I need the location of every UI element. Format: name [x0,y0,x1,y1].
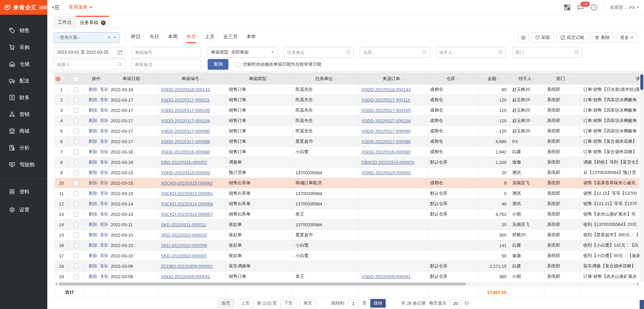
first-page-button[interactable]: 首页 [218,299,234,308]
query-plan-select[interactable]: --查询方案-- + [54,32,119,43]
bill-no-link[interactable]: XSCKD-20220314-000058 [161,201,213,206]
sidebar-item-mall[interactable]: 商城 [0,123,47,139]
row-checkbox[interactable] [74,170,79,175]
bill-no-link[interactable]: DBD-20220316-000002 [161,160,207,165]
row-checkbox[interactable] [74,149,79,154]
apps-grid-icon[interactable] [564,4,571,11]
copy-row-link[interactable]: 复制 [100,191,108,196]
maker-input[interactable] [54,59,125,70]
delete-row-link[interactable]: 删除 [89,87,97,92]
copy-row-link[interactable]: 复制 [100,97,108,102]
plus-icon[interactable]: + [108,35,111,41]
copy-row-link[interactable]: 复制 [100,160,108,165]
delete-row-link[interactable]: 删除 [89,108,97,113]
sidebar-collapse-icon[interactable] [52,4,59,10]
delete-row-link[interactable]: 删除 [89,274,97,279]
row-checkbox[interactable] [74,108,79,113]
row-checkbox[interactable] [74,181,79,186]
bill-no-link[interactable]: XSCKD-20220315-000061 [161,191,213,196]
sort-icon[interactable]: ↑↓ [567,77,569,81]
scroll-right-arrow[interactable] [637,283,639,286]
row-checkbox[interactable] [74,87,79,92]
sidebar-item-data[interactable]: 资料 [0,183,47,201]
remark-input[interactable] [131,59,201,70]
copy-row-link[interactable]: 复制 [100,263,108,268]
copy-row-link[interactable]: 复制 [100,222,108,227]
bill-no-link[interactable]: SKD-20220310-000009 [161,243,207,248]
sort-icon[interactable]: ↑↓ [201,77,203,81]
select-all-checkbox[interactable] [74,76,79,81]
quick-date-今日[interactable]: 今日 [150,34,159,41]
bill-no-link[interactable]: XSDD-20220318-000143 [161,87,210,92]
table-settings-button[interactable] [518,33,529,43]
column-settings-header[interactable] [55,73,68,84]
column-header-往来单位[interactable]: 往来单位↑↓ [293,73,359,84]
bill-no-link[interactable]: XSDD-20220317-000090 [161,129,210,134]
more-button[interactable]: 更多 [616,33,637,43]
delete-row-link[interactable]: 删除 [89,232,97,237]
source-order-link[interactable]: DBSQD-20220316-000003 [362,160,414,165]
quick-date-本年[interactable]: 本年 [247,34,256,41]
bill-no-input[interactable] [131,47,201,58]
delete-row-link[interactable]: 删除 [89,139,97,144]
user-menu[interactable]: 欢迎您， PX [610,4,639,10]
tab-workbench[interactable]: 工作台 [54,16,76,28]
delete-row-link[interactable]: 删除 [89,97,97,102]
row-checkbox[interactable] [74,212,79,217]
column-header-摘要[interactable]: 摘要 [581,73,640,84]
column-header-单据日期[interactable]: 单据日期↑↓ [108,73,158,84]
bill-no-link[interactable]: XSCKD-20220315-000062 [161,181,213,186]
refresh-button[interactable]: 刷新 [531,33,554,43]
source-order-link[interactable]: XSDD-20220309-000041 [362,274,411,279]
scroll-left-arrow[interactable] [55,283,57,286]
source-order-link[interactable]: XSDD-20220317-000115 [362,98,410,103]
sidebar-item-warehouse[interactable]: 仓储 [0,56,47,72]
delete-row-link[interactable]: 删除 [89,243,97,248]
delete-row-link[interactable]: 删除 [89,253,97,258]
submit-posting-button[interactable]: 提交记账 [556,33,588,43]
sort-icon[interactable]: ↑↓ [457,77,459,81]
delete-row-link[interactable]: 删除 [89,263,97,268]
sort-icon[interactable]: ↑↓ [533,77,535,81]
quick-date-本月[interactable]: 本月 [186,34,196,41]
column-header-单据编号[interactable]: 单据编号↑↓ [158,73,226,84]
row-checkbox[interactable] [74,264,79,269]
warehouse-input[interactable] [360,47,430,58]
dept-input[interactable] [512,47,582,58]
bill-no-link[interactable]: XSDD-20220317-000104 [161,118,210,123]
source-order-link[interactable]: XSDD-20220317-000086 [362,139,411,144]
column-header-仓库[interactable]: 仓库↑↓ [427,73,478,84]
bill-no-link[interactable]: XSCKD-20220314-000057 [161,212,213,217]
source-order-link[interactable]: YDHD-20220315-000002 [362,170,411,175]
quick-date-本周[interactable]: 本周 [168,34,177,41]
copy-row-link[interactable]: 复制 [100,243,108,248]
quick-date-上月[interactable]: 上月 [205,34,214,41]
sidebar-item-settings[interactable]: 设置 [0,201,47,219]
copy-row-link[interactable]: 复制 [100,87,108,92]
close-icon[interactable]: × [101,20,106,25]
sidebar-item-finance[interactable]: 财务 [0,89,47,106]
copy-row-link[interactable]: 复制 [100,139,108,144]
bill-no-link[interactable]: SKD-20220311-000011 [161,222,206,227]
row-checkbox[interactable] [74,222,79,227]
last-page-button[interactable]: 尾页 [300,299,316,308]
delete-row-link[interactable]: 删除 [89,160,97,165]
delete-row-link[interactable]: 删除 [89,201,97,206]
vertical-scrollbar-thumb[interactable] [640,74,643,90]
sort-icon[interactable]: ↑↓ [402,77,404,81]
delete-row-link[interactable]: 删除 [89,211,97,217]
auto-date-checkbox[interactable] [235,62,240,67]
search-icon[interactable] [422,50,427,55]
copy-row-link[interactable]: 复制 [100,170,108,175]
search-icon[interactable] [117,62,122,67]
sidebar-item-purchase[interactable]: 采购 [0,39,47,56]
delete-row-link[interactable]: 删除 [89,118,97,123]
horizontal-scrollbar[interactable] [55,282,639,286]
bill-no-link[interactable]: SKD-20220310-000007 [161,253,207,258]
bill-no-link[interactable]: ZCDBD-20220309-000001 [161,264,213,269]
per-page-input[interactable] [450,299,461,308]
bill-no-link[interactable]: XSDD-20220317-000105 [161,108,210,113]
search-icon[interactable] [498,50,503,55]
row-checkbox[interactable] [74,253,79,258]
next-page-button[interactable]: 下页 [280,299,297,308]
